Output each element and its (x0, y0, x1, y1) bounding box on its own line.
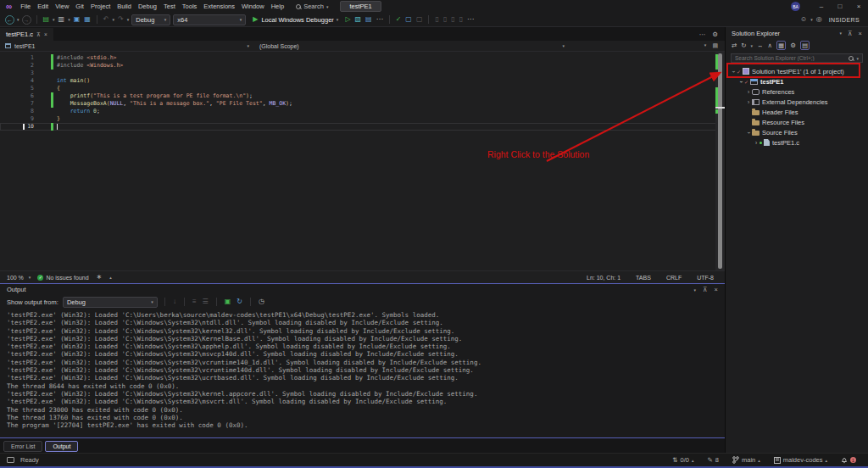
spell-check-icon[interactable]: ✓ (395, 16, 403, 23)
code-editor[interactable]: 1#include <stdio.h>2#include <Windows.h>… (0, 52, 725, 270)
menu-view[interactable]: View (52, 3, 72, 10)
minimize-button[interactable]: – (812, 0, 831, 13)
word-wrap-icon[interactable]: ≡ (192, 298, 198, 305)
expand-chevron-icon[interactable]: › (745, 99, 752, 105)
titlebar-search[interactable]: Search ▾ (296, 3, 328, 10)
tree-item-external-dependencies[interactable]: ›External Dependencies (726, 97, 868, 107)
editor-scrollbar[interactable] (715, 52, 725, 270)
tree-item-solution-testpe1-1-of-1-project[interactable]: ›✓Solution 'testPE1' (1 of 1 project) (726, 66, 868, 76)
solution-search-input[interactable] (735, 55, 846, 61)
tree-item-testpe1-c[interactable]: ›testPE1.c (726, 137, 868, 148)
editor-settings-gear-icon[interactable]: ⚙ (712, 31, 718, 38)
navigate-back-chevron[interactable]: ▾ (17, 17, 19, 22)
goto-end-icon[interactable]: ↓ (172, 298, 177, 305)
tab-output[interactable]: Output (45, 441, 78, 452)
repo-picker[interactable]: maldev-codes ▴ (769, 456, 832, 464)
expand-chevron-icon[interactable]: › (753, 140, 760, 146)
bookmark-icon[interactable]: ▯ (434, 16, 439, 23)
tree-item-source-files[interactable]: ›Source Files (726, 127, 868, 137)
undo-icon[interactable]: ↶ (103, 16, 110, 23)
project-dropdown[interactable]: testPE1 ▾ (0, 41, 254, 51)
split-window-icon[interactable]: ▤ (712, 42, 718, 49)
code-cleanup-icon[interactable]: ∗ (96, 274, 103, 281)
tab-error-list[interactable]: Error List (3, 441, 42, 452)
menu-tools[interactable]: Tools (179, 3, 201, 10)
collapse-chevron-icon[interactable]: › (746, 129, 752, 136)
show-all-files-icon[interactable]: ▦ (776, 41, 786, 50)
pending-changes-filter-icon[interactable]: ↔ (757, 42, 764, 49)
collapse-chevron-icon[interactable]: › (731, 68, 737, 75)
task-window-icon[interactable]: ▤ (364, 16, 373, 23)
code-line-1[interactable]: 1#include <stdio.h> (0, 54, 725, 62)
pin-icon[interactable]: ⊼ (848, 30, 853, 37)
maximize-button[interactable]: □ (831, 0, 849, 13)
menu-debug[interactable]: Debug (135, 3, 160, 10)
scope-dropdown[interactable]: (Global Scope) ▾ (254, 41, 570, 51)
feedback-icon[interactable]: ☺ (799, 16, 808, 23)
chevron-down-icon[interactable]: ▾ (856, 56, 859, 61)
save-icon[interactable]: ▣ (73, 16, 81, 23)
account-avatar[interactable]: BA (791, 2, 800, 11)
solution-config-dropdown[interactable]: Debug ▾ (131, 14, 170, 25)
tree-item-references[interactable]: ›References (726, 86, 868, 97)
tree-item-testpe1[interactable]: ›✓testPE1 (726, 76, 868, 86)
tab-testpe1c[interactable]: testPE1.c ⊼ × (0, 28, 53, 41)
new-file-chevron[interactable]: ▾ (53, 17, 55, 22)
code-line-7[interactable]: 7 MessageBoxA(NULL, "This is a message b… (0, 100, 725, 108)
chevron-up-icon[interactable]: ▴ (109, 275, 112, 280)
code-line-4[interactable]: 4int main() (0, 77, 725, 85)
uncomment-icon[interactable]: ▢ (415, 16, 424, 23)
switch-views-icon[interactable]: ⇄ (732, 42, 737, 49)
line-numbers-icon[interactable]: ☰ (202, 298, 209, 305)
close-panel-icon[interactable]: × (715, 286, 718, 293)
close-panel-icon[interactable]: × (859, 30, 862, 37)
menu-project[interactable]: Project (87, 3, 114, 10)
preview-selected-icon[interactable]: ▤ (800, 41, 810, 50)
chevron-down-icon[interactable]: ▾ (704, 42, 707, 49)
clear-output-icon[interactable]: ↻ (236, 298, 243, 305)
code-line-3[interactable]: 3 (0, 70, 725, 77)
code-line-6[interactable]: 6 printf("This is a test program for PE … (0, 92, 725, 100)
menu-window[interactable]: Window (238, 3, 268, 10)
zoom-dropdown[interactable]: 100 % ▾ (7, 275, 31, 281)
bookmarks-overflow-icon[interactable]: ⋯ (466, 16, 475, 23)
code-line-2[interactable]: 2#include <Windows.h> (0, 62, 725, 70)
menu-test[interactable]: Test (160, 3, 179, 10)
start-without-debugging-icon[interactable]: ▷ (344, 16, 351, 23)
find-in-files-icon[interactable]: ▧ (354, 16, 363, 23)
clear-bookmarks-icon[interactable]: ▯ (459, 16, 464, 23)
solution-search-box[interactable]: ▾ (731, 53, 863, 63)
menu-edit[interactable]: Edit (34, 3, 52, 10)
comment-icon[interactable]: ▢ (404, 16, 413, 23)
log-file-icon[interactable]: ▣ (224, 298, 232, 305)
caret-position[interactable]: Ln: 10, Ch: 1 (582, 275, 625, 281)
open-file-chevron[interactable]: ▾ (68, 17, 70, 22)
next-bookmark-icon[interactable]: ▯ (450, 16, 455, 23)
menu-help[interactable]: Help (268, 3, 287, 10)
pin-icon[interactable]: ⊼ (36, 31, 41, 38)
platform-dropdown[interactable]: x64 ▾ (173, 14, 246, 25)
output-log[interactable]: 'testPE2.exe' (Win32): Loaded 'C:\Users\… (0, 309, 725, 437)
code-line-5[interactable]: 5{ (0, 85, 725, 92)
redo-chevron[interactable]: ▾ (127, 17, 130, 22)
scrollbar-thumb[interactable] (718, 53, 722, 269)
menu-git[interactable]: Git (72, 3, 87, 10)
live-share-icon[interactable]: ◎ (815, 16, 823, 23)
solution-name-badge[interactable]: testPE1 (340, 1, 381, 12)
collapse-chevron-icon[interactable]: › (738, 78, 744, 85)
pending-edits[interactable]: ✎ 8 (703, 456, 724, 464)
chevron-down-icon[interactable]: ▾ (840, 31, 843, 36)
sync-with-active-icon[interactable]: ↻ (741, 42, 746, 49)
encoding[interactable]: UTF-8 (693, 275, 718, 281)
tree-item-resource-files[interactable]: Resource Files (726, 117, 868, 127)
menu-build[interactable]: Build (114, 3, 135, 10)
start-debugging-button[interactable]: ▶ Local Windows Debugger ▾ (248, 16, 342, 24)
indent-mode[interactable]: TABS (632, 275, 655, 281)
save-all-icon[interactable]: ▦ (83, 16, 92, 23)
undo-chevron[interactable]: ▾ (113, 17, 115, 22)
sync-chevron[interactable]: ▾ (751, 43, 754, 48)
navigate-back-icon[interactable]: ← (5, 15, 14, 25)
sync-status[interactable]: ⇅ 0/0 ▴ (667, 456, 698, 464)
menu-extensions[interactable]: Extensions (200, 3, 238, 10)
navigate-forward-icon[interactable]: → (22, 15, 31, 25)
